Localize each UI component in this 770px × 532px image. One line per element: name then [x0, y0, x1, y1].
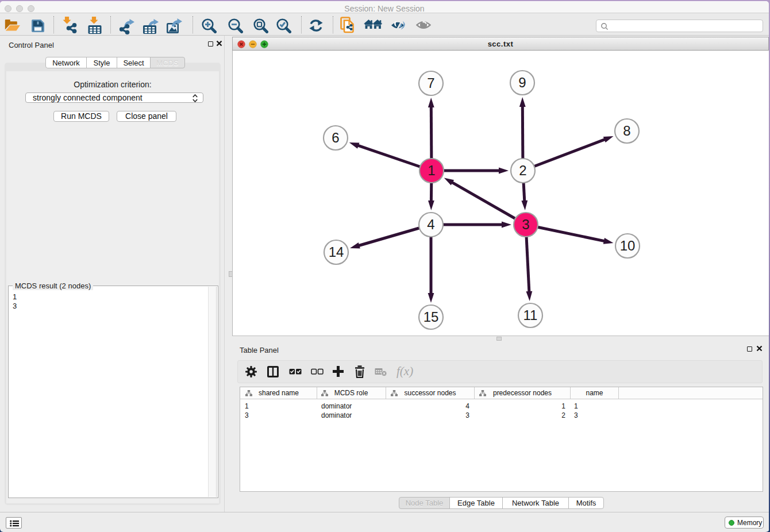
svg-text:11: 11	[523, 307, 538, 323]
svg-text:7: 7	[427, 75, 434, 91]
svg-text:8: 8	[623, 123, 630, 138]
svg-text:1: 1	[428, 163, 435, 178]
svg-text:9: 9	[518, 75, 526, 90]
svg-text:14: 14	[329, 244, 344, 260]
svg-text:10: 10	[620, 238, 636, 253]
svg-text:4: 4	[427, 217, 434, 232]
svg-text:15: 15	[424, 309, 439, 325]
svg-text:2: 2	[519, 163, 526, 178]
svg-text:3: 3	[522, 217, 529, 232]
svg-text:6: 6	[332, 130, 339, 145]
